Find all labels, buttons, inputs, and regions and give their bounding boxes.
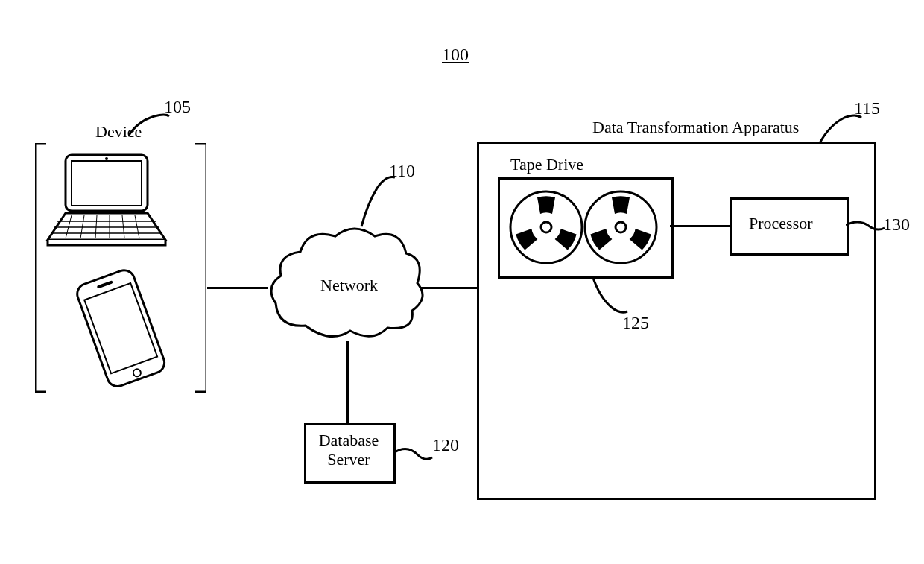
tape-reel-icon	[505, 186, 662, 268]
svg-rect-1	[72, 161, 142, 206]
device-lead-line	[128, 110, 173, 140]
tape-lead-line	[589, 276, 633, 319]
svg-point-17	[541, 222, 551, 232]
laptop-icon	[43, 152, 170, 249]
network-label: Network	[320, 276, 378, 295]
processor-label: Processor	[749, 214, 813, 233]
svg-point-19	[616, 222, 626, 232]
patent-system-diagram: 100 Device 105	[0, 0, 924, 564]
smartphone-icon	[58, 267, 185, 393]
processor-ref: 130	[883, 215, 910, 235]
database-lead-line	[393, 447, 437, 468]
tape-drive-label: Tape Drive	[510, 155, 583, 174]
apparatus-label: Data Transformation Apparatus	[592, 118, 799, 137]
database-label: Database Server	[311, 431, 386, 469]
apparatus-lead-line	[818, 112, 864, 149]
figure-number: 100	[442, 45, 469, 65]
network-lead-line	[358, 173, 402, 232]
connector-network-database	[346, 341, 349, 423]
connector-network-apparatus	[421, 287, 477, 289]
svg-point-2	[105, 157, 108, 160]
connector-device-network	[207, 287, 268, 289]
connector-tape-processor	[670, 225, 730, 227]
svg-rect-13	[84, 283, 157, 373]
processor-lead-line	[846, 221, 887, 235]
